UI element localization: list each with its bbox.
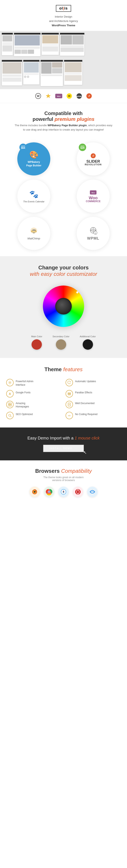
compatible-desc: The theme includes bundle WPBakery Page … bbox=[14, 123, 113, 132]
admin-icon bbox=[6, 379, 13, 386]
feature-updates: Automatic Updates bbox=[66, 379, 121, 387]
wpbakery-icon: 🎨 bbox=[29, 150, 39, 159]
svg-text:↺: ↺ bbox=[88, 94, 90, 98]
logo: ol|is bbox=[56, 5, 71, 12]
features-section: Theme features Powerfull AdminInterface … bbox=[0, 358, 127, 428]
svg-point-57 bbox=[63, 491, 64, 492]
browsers-title: Browsers Compatibility bbox=[4, 468, 123, 474]
woocommerce-title: Woo bbox=[89, 196, 98, 200]
svg-point-17 bbox=[31, 230, 33, 232]
compatible-section: Compatible with powerful premium plugins… bbox=[0, 103, 127, 142]
arrow-icon: → bbox=[75, 447, 78, 450]
events-calendar-icon: 🐾 bbox=[29, 189, 39, 199]
svg-text:↺: ↺ bbox=[92, 154, 94, 157]
secondary-color-circle bbox=[56, 339, 66, 350]
mailchimp-plugin: MailChimp bbox=[6, 217, 61, 250]
documented-icon bbox=[66, 401, 73, 408]
homepages-icon bbox=[6, 401, 13, 408]
wpbakery-badge: saves $64 bbox=[19, 144, 27, 151]
browsers-section: Browsers Compatibility The theme looks g… bbox=[0, 460, 127, 503]
svg-text:W: W bbox=[37, 94, 40, 98]
svg-text:Woo: Woo bbox=[91, 192, 95, 194]
svg-point-40 bbox=[9, 414, 11, 416]
wpml-logo: WPML bbox=[76, 93, 82, 99]
parallax-icon bbox=[66, 390, 73, 398]
feature-homepages: AmazingHomepages bbox=[6, 401, 61, 409]
additional-color-circle bbox=[83, 339, 93, 350]
svg-rect-30 bbox=[68, 394, 71, 394]
wpml-circle: Q WPML bbox=[77, 217, 110, 250]
feature-seo: SEO Optimized bbox=[6, 412, 61, 419]
svg-text:✉: ✉ bbox=[68, 94, 71, 98]
header-subtitle: Interior Design and Architecture Agency … bbox=[4, 15, 123, 28]
colors-title: Change your colors with easy color custo… bbox=[4, 265, 123, 277]
svg-rect-34 bbox=[8, 405, 10, 406]
mailchimp-circle: MailChimp bbox=[17, 217, 50, 250]
fonts-text: Google Fonts bbox=[16, 390, 31, 394]
feature-nocoding: </> No Coding Required bbox=[66, 412, 121, 419]
events-calendar-name: The Events Calendar bbox=[23, 200, 44, 203]
svg-point-27 bbox=[9, 382, 10, 383]
svg-rect-33 bbox=[10, 403, 11, 404]
compatible-title: Compatible with powerful premium plugins bbox=[6, 111, 121, 122]
chrome-icon bbox=[44, 487, 54, 497]
nocoding-text: No Coding Required bbox=[75, 412, 97, 416]
feature-documented: Well Documented bbox=[66, 401, 121, 409]
color-wheel bbox=[41, 283, 86, 329]
updates-icon bbox=[66, 379, 73, 386]
additional-color-swatch: Additional Color bbox=[80, 335, 96, 350]
wpml-plugin: Q WPML bbox=[66, 217, 121, 250]
mailchimp-icon bbox=[29, 227, 39, 236]
updates-text: Automatic Updates bbox=[75, 379, 96, 383]
cursor-icon: ↖ bbox=[83, 450, 87, 455]
svg-rect-31 bbox=[68, 395, 71, 395]
wordpress-logo: W bbox=[35, 93, 41, 99]
main-color-swatch: Main Color bbox=[31, 335, 42, 350]
mailchimp-logo: ✉ bbox=[67, 93, 72, 99]
mailchimp-name: MailChimp bbox=[28, 237, 40, 240]
secondary-color-swatch: Secondary Color bbox=[52, 335, 70, 350]
svg-rect-29 bbox=[68, 393, 71, 393]
plugin-logos-bar: W Woo ✉ WPML ↺ bbox=[0, 89, 127, 103]
firefox-icon bbox=[30, 487, 40, 497]
browsers-desc: The theme looks great on all modernversi… bbox=[4, 476, 123, 482]
slider-rev-title: SLIDER bbox=[86, 159, 100, 163]
homepages-text: AmazingHomepages bbox=[16, 401, 29, 409]
header: ol|is Interior Design and Architecture A… bbox=[0, 0, 127, 31]
features-grid: Powerfull AdminInterface Automatic Updat… bbox=[6, 379, 121, 419]
documented-text: Well Documented bbox=[75, 401, 95, 405]
svg-point-45 bbox=[34, 491, 36, 493]
svg-rect-35 bbox=[10, 405, 11, 406]
feature-parallax: Parallax Effects bbox=[66, 390, 121, 398]
svg-point-20 bbox=[34, 229, 36, 230]
svg-point-50 bbox=[48, 491, 50, 493]
woocommerce-icon: Woo bbox=[90, 189, 96, 195]
parallax-text: Parallax Effects bbox=[75, 390, 92, 394]
woocommerce-subtitle: COMMERCE bbox=[86, 200, 100, 203]
color-swatches: Main Color Secondary Color Additional Co… bbox=[4, 335, 123, 350]
slider-revolution-plugin: saves $29 ↺ SLIDER REVOLUTION bbox=[66, 142, 121, 176]
events-calendar-circle: 🐾 The Events Calendar bbox=[17, 180, 50, 213]
colors-section: Change your colors with easy color custo… bbox=[0, 256, 127, 358]
demo-import-title: Easy Demo Import with a 1 mouse click bbox=[6, 436, 121, 440]
slider-revolution-badge: saves $29 bbox=[79, 144, 86, 151]
features-title: Theme features bbox=[6, 366, 121, 373]
demo-import-section: Easy Demo Import with a 1 mouse click IN… bbox=[0, 428, 127, 460]
svg-text:WPML: WPML bbox=[76, 95, 82, 97]
svg-text:A: A bbox=[9, 392, 11, 395]
slider-revolution-circle: saves $29 ↺ SLIDER REVOLUTION bbox=[77, 142, 110, 176]
admin-text: Powerfull AdminInterface bbox=[16, 379, 33, 387]
wpml-icon: Q bbox=[88, 226, 98, 236]
fonts-icon: A bbox=[6, 390, 13, 398]
color-wheel-center bbox=[55, 298, 72, 314]
opera-icon bbox=[73, 487, 83, 497]
events-calendar-plugin: 🐾 The Events Calendar bbox=[6, 180, 61, 213]
svg-rect-32 bbox=[8, 403, 10, 404]
wpml-name: WPML bbox=[87, 236, 99, 241]
nocoding-icon: </> bbox=[66, 412, 73, 419]
wpbakery-circle: saves $64 🎨 WPBakeryPage Builder bbox=[17, 142, 50, 176]
feature-admin: Powerfull AdminInterface bbox=[6, 379, 61, 387]
seo-icon bbox=[6, 412, 13, 419]
install-demo-button[interactable]: INSTALL DEMO → bbox=[43, 445, 84, 452]
feature-fonts: A Google Fonts bbox=[6, 390, 61, 398]
